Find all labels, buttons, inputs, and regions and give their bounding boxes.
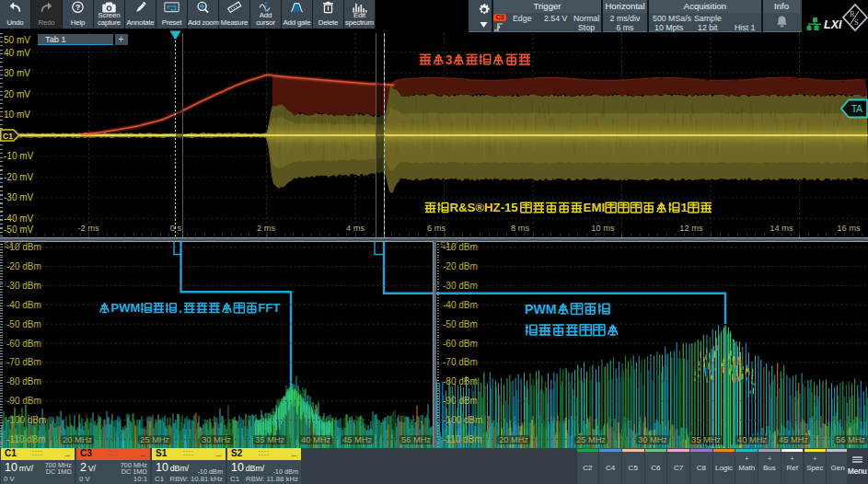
svg-text:1: 1 bbox=[680, 201, 687, 214]
svg-text:PWM: PWM bbox=[111, 301, 141, 315]
svg-text:EMI: EMI bbox=[584, 201, 605, 214]
svg-text:FFT: FFT bbox=[259, 301, 281, 315]
svg-text:3: 3 bbox=[446, 53, 453, 67]
svg-text:PWM: PWM bbox=[525, 302, 557, 317]
svg-text:R&S®HZ-15: R&S®HZ-15 bbox=[450, 201, 518, 214]
